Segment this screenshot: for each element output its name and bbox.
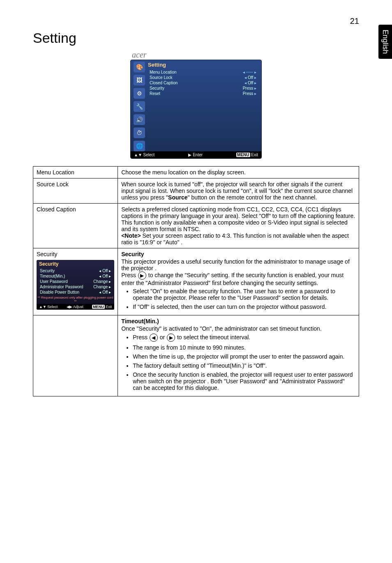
text-fragment: to change the "Security" setting. If the…: [121, 272, 344, 286]
osd-item-label: Timeout(Min.): [40, 274, 65, 278]
row-desc-closed-caption: Selects a preferred closed captioning mo…: [118, 204, 359, 248]
list-item: When the time is up, the projector will …: [133, 353, 355, 360]
list-item: Press ◀ or ▶ to select the timeout inter…: [133, 334, 355, 342]
osd-icon-management: 🔧: [134, 101, 145, 112]
osd-footer-menu-badge: MENU: [92, 305, 105, 309]
note-label: <Note>: [121, 232, 141, 239]
osd-security-title: Security: [37, 260, 114, 268]
text-fragment: Press: [133, 334, 149, 341]
list-item: The range is from 10 minute to 990 minut…: [133, 344, 355, 351]
osd-section-title: Setting: [148, 62, 258, 68]
osd-icon-setting: ⚙: [134, 88, 145, 99]
text-bold: Source: [168, 194, 187, 201]
osd-icon-language: 🌐: [134, 141, 145, 151]
osd-item-value: Off: [102, 269, 108, 273]
osd-item-value: Off: [102, 290, 108, 294]
osd-item-label: Disable Power Button: [40, 290, 79, 294]
page-title: Setting: [33, 30, 359, 46]
osd-item-label: Administrator Password: [40, 285, 83, 289]
osd-item-label: Reset: [150, 91, 160, 96]
text-paragraph: Once "Security" is activated to "On", th…: [121, 325, 355, 332]
row-label-source-lock: Source Lock: [33, 178, 118, 204]
osd-item-value: Press: [243, 86, 254, 90]
row-desc-security-block2: Timeout(Min.) Once "Security" is activat…: [118, 315, 359, 396]
row-desc-menu-location: Choose the menu location on the display …: [118, 167, 359, 178]
list-item: If "Off" is selected, then the user can …: [133, 304, 355, 310]
list-item: The factory default setting of "Timeout(…: [133, 362, 355, 369]
text-fragment: to select the timeout interval.: [175, 334, 250, 341]
osd-footer-enter: ▶ Enter: [188, 153, 203, 157]
right-arrow-icon: ▶: [167, 334, 175, 342]
language-tab: English: [378, 25, 392, 59]
subheading: Timeout(Min.): [121, 318, 355, 324]
osd-setting-screenshot: acer 🎨 🖼 ⚙ 🔧 🔊 ⏱ 🌐 Setting Menu Location…: [130, 50, 262, 159]
osd-icon-timer: ⏱: [134, 127, 145, 138]
row-label-closed-caption: Closed Caption: [33, 204, 118, 248]
osd-security-screenshot: Security Security◂ Off ▸ Timeout(Min.)◂ …: [37, 260, 114, 310]
osd-footer-adjust: ◀▶ Adjust: [67, 305, 83, 309]
row-label-empty: [33, 315, 118, 396]
osd-item-label: Security: [40, 269, 55, 273]
osd-security-note: ** Request password only after plugging …: [37, 295, 114, 304]
text-fragment: Set your screen aspect ratio to 4:3. Thi…: [121, 232, 349, 246]
osd-item-value: Off: [248, 81, 253, 85]
osd-footer-exit: Exit: [106, 305, 112, 309]
security-label: Security: [37, 251, 58, 257]
list-item: Select "On" to enable the security funct…: [133, 288, 355, 301]
text-fragment: or: [158, 334, 166, 341]
osd-icon-color: 🎨: [134, 62, 145, 72]
osd-item-label: Source Lock: [150, 75, 173, 80]
text-fragment: Selects a preferred closed captioning mo…: [121, 206, 355, 232]
text-paragraph: This projector provides a useful securit…: [121, 258, 355, 271]
osd-item-label: Security: [150, 86, 164, 90]
osd-footer-exit: Exit: [251, 153, 258, 157]
brand-logo: acer: [130, 50, 262, 60]
subheading: Security: [121, 251, 355, 257]
left-arrow-icon: ◀: [150, 334, 158, 342]
text-fragment: " button on the remote control for the n…: [188, 194, 317, 201]
osd-item-value: Off: [248, 75, 253, 80]
osd-footer-select: ▲▼ Select: [39, 305, 58, 309]
osd-item-label: Menu Location: [150, 70, 177, 74]
osd-icon-audio: 🔊: [134, 114, 145, 125]
right-arrow-icon: ▶: [138, 271, 146, 280]
osd-item-label: User Password: [40, 279, 68, 284]
settings-table: Menu Location Choose the menu location o…: [33, 166, 359, 396]
row-label-security: Security Security Security◂ Off ▸ Timeou…: [33, 248, 118, 315]
row-label-menu-location: Menu Location: [33, 167, 118, 178]
osd-item-label: Closed Caption: [150, 81, 178, 85]
osd-footer-select: ▲▼ Select: [134, 153, 154, 157]
osd-item-value: Off: [102, 274, 108, 278]
osd-item-value: Change: [93, 279, 108, 284]
osd-item-value: Change: [93, 285, 108, 289]
row-desc-security-block1: Security This projector provides a usefu…: [118, 248, 359, 315]
text-fragment: Press: [121, 272, 138, 278]
row-desc-source-lock: When source lock is turned "off", the pr…: [118, 178, 359, 204]
osd-footer-menu-badge: MENU: [236, 153, 250, 157]
page-number: 21: [33, 16, 359, 26]
osd-item-value: Press: [243, 91, 254, 96]
osd-icon-image: 🖼: [134, 75, 145, 86]
list-item: Once the security function is enabled, t…: [133, 371, 355, 391]
